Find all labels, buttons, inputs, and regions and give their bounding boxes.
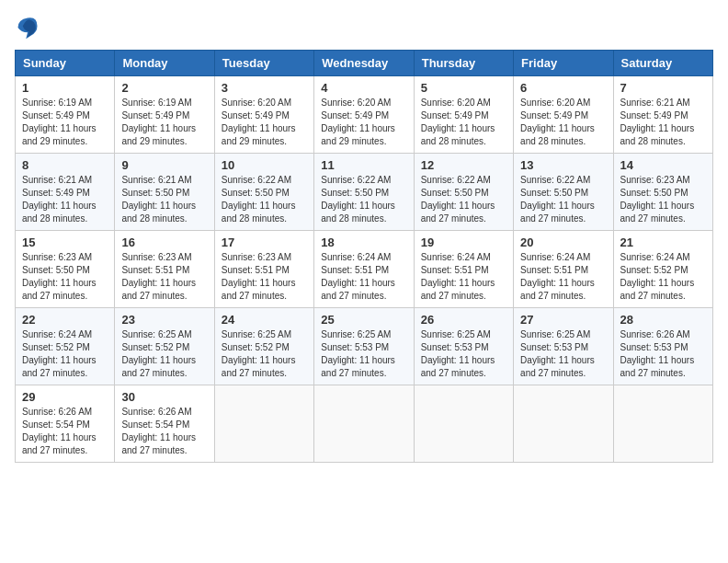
day-info: Sunrise: 6:26 AM Sunset: 5:54 PM Dayligh… <box>121 406 207 457</box>
calendar-header-row: SundayMondayTuesdayWednesdayThursdayFrid… <box>16 51 713 76</box>
calendar-cell: 6 Sunrise: 6:20 AM Sunset: 5:49 PM Dayli… <box>514 76 613 154</box>
day-number: 2 <box>121 81 207 95</box>
calendar-week-row: 22 Sunrise: 6:24 AM Sunset: 5:52 PM Dayl… <box>16 308 713 385</box>
calendar-cell: 10 Sunrise: 6:22 AM Sunset: 5:50 PM Dayl… <box>214 154 313 231</box>
day-number: 15 <box>22 236 108 249</box>
day-number: 21 <box>620 236 706 249</box>
day-info: Sunrise: 6:26 AM Sunset: 5:53 PM Dayligh… <box>620 328 706 380</box>
day-number: 4 <box>321 81 406 95</box>
calendar-week-row: 8 Sunrise: 6:21 AM Sunset: 5:49 PM Dayli… <box>16 154 713 231</box>
day-info: Sunrise: 6:22 AM Sunset: 5:50 PM Dayligh… <box>421 174 506 225</box>
day-number: 18 <box>321 236 406 249</box>
calendar-cell: 4 Sunrise: 6:20 AM Sunset: 5:49 PM Dayli… <box>314 76 414 154</box>
day-number: 22 <box>22 313 108 327</box>
day-info: Sunrise: 6:25 AM Sunset: 5:52 PM Dayligh… <box>222 328 307 380</box>
day-info: Sunrise: 6:24 AM Sunset: 5:51 PM Dayligh… <box>520 251 606 303</box>
day-info: Sunrise: 6:22 AM Sunset: 5:50 PM Dayligh… <box>321 174 406 225</box>
day-info: Sunrise: 6:19 AM Sunset: 5:49 PM Dayligh… <box>121 97 207 148</box>
calendar-cell: 24 Sunrise: 6:25 AM Sunset: 5:52 PM Dayl… <box>214 308 313 385</box>
calendar-cell <box>314 385 414 463</box>
calendar-cell: 19 Sunrise: 6:24 AM Sunset: 5:51 PM Dayl… <box>414 231 513 308</box>
day-number: 17 <box>222 236 307 249</box>
day-info: Sunrise: 6:25 AM Sunset: 5:52 PM Dayligh… <box>121 328 207 380</box>
calendar-cell: 25 Sunrise: 6:25 AM Sunset: 5:53 PM Dayl… <box>314 308 414 385</box>
calendar-cell: 22 Sunrise: 6:24 AM Sunset: 5:52 PM Dayl… <box>16 308 115 385</box>
calendar-cell: 13 Sunrise: 6:22 AM Sunset: 5:50 PM Dayl… <box>514 154 613 231</box>
logo-icon <box>15 15 40 40</box>
calendar-header-wednesday: Wednesday <box>314 51 414 76</box>
day-number: 26 <box>421 313 506 327</box>
day-info: Sunrise: 6:23 AM Sunset: 5:50 PM Dayligh… <box>620 174 706 225</box>
day-number: 16 <box>121 236 207 249</box>
day-number: 11 <box>321 158 406 172</box>
day-info: Sunrise: 6:24 AM Sunset: 5:52 PM Dayligh… <box>620 251 706 303</box>
day-info: Sunrise: 6:24 AM Sunset: 5:51 PM Dayligh… <box>321 251 406 303</box>
day-info: Sunrise: 6:21 AM Sunset: 5:50 PM Dayligh… <box>121 174 207 225</box>
day-number: 25 <box>321 313 406 327</box>
day-info: Sunrise: 6:23 AM Sunset: 5:51 PM Dayligh… <box>121 251 207 303</box>
calendar-cell: 17 Sunrise: 6:23 AM Sunset: 5:51 PM Dayl… <box>214 231 313 308</box>
calendar-cell: 28 Sunrise: 6:26 AM Sunset: 5:53 PM Dayl… <box>613 308 712 385</box>
calendar-cell <box>613 385 712 463</box>
calendar-week-row: 15 Sunrise: 6:23 AM Sunset: 5:50 PM Dayl… <box>16 231 713 308</box>
calendar-cell <box>514 385 613 463</box>
calendar-week-row: 29 Sunrise: 6:26 AM Sunset: 5:54 PM Dayl… <box>16 385 713 463</box>
day-info: Sunrise: 6:21 AM Sunset: 5:49 PM Dayligh… <box>22 174 108 225</box>
day-number: 24 <box>222 313 307 327</box>
day-info: Sunrise: 6:26 AM Sunset: 5:54 PM Dayligh… <box>22 406 108 457</box>
calendar-header-thursday: Thursday <box>414 51 513 76</box>
day-number: 19 <box>421 236 506 249</box>
calendar-cell: 11 Sunrise: 6:22 AM Sunset: 5:50 PM Dayl… <box>314 154 414 231</box>
day-info: Sunrise: 6:22 AM Sunset: 5:50 PM Dayligh… <box>520 174 606 225</box>
calendar-header-tuesday: Tuesday <box>214 51 313 76</box>
day-number: 14 <box>620 158 706 172</box>
day-number: 20 <box>520 236 606 249</box>
calendar-cell: 12 Sunrise: 6:22 AM Sunset: 5:50 PM Dayl… <box>414 154 513 231</box>
day-number: 8 <box>22 158 108 172</box>
day-info: Sunrise: 6:21 AM Sunset: 5:49 PM Dayligh… <box>620 97 706 148</box>
calendar-cell: 1 Sunrise: 6:19 AM Sunset: 5:49 PM Dayli… <box>16 76 115 154</box>
calendar-header-monday: Monday <box>115 51 214 76</box>
day-info: Sunrise: 6:20 AM Sunset: 5:49 PM Dayligh… <box>321 97 406 148</box>
calendar-cell <box>414 385 513 463</box>
calendar-cell: 7 Sunrise: 6:21 AM Sunset: 5:49 PM Dayli… <box>613 76 712 154</box>
day-info: Sunrise: 6:19 AM Sunset: 5:49 PM Dayligh… <box>22 97 108 148</box>
day-number: 12 <box>421 158 506 172</box>
calendar-cell: 26 Sunrise: 6:25 AM Sunset: 5:53 PM Dayl… <box>414 308 513 385</box>
day-info: Sunrise: 6:25 AM Sunset: 5:53 PM Dayligh… <box>421 328 506 380</box>
day-info: Sunrise: 6:20 AM Sunset: 5:49 PM Dayligh… <box>421 97 506 148</box>
calendar-cell: 5 Sunrise: 6:20 AM Sunset: 5:49 PM Dayli… <box>414 76 513 154</box>
day-number: 28 <box>620 313 706 327</box>
day-number: 5 <box>421 81 506 95</box>
calendar-header-friday: Friday <box>514 51 613 76</box>
day-number: 27 <box>520 313 606 327</box>
calendar-cell: 23 Sunrise: 6:25 AM Sunset: 5:52 PM Dayl… <box>115 308 214 385</box>
calendar-cell: 29 Sunrise: 6:26 AM Sunset: 5:54 PM Dayl… <box>16 385 115 463</box>
day-info: Sunrise: 6:25 AM Sunset: 5:53 PM Dayligh… <box>321 328 406 380</box>
page-header <box>15 15 713 40</box>
day-info: Sunrise: 6:22 AM Sunset: 5:50 PM Dayligh… <box>222 174 307 225</box>
calendar-week-row: 1 Sunrise: 6:19 AM Sunset: 5:49 PM Dayli… <box>16 76 713 154</box>
calendar-cell: 20 Sunrise: 6:24 AM Sunset: 5:51 PM Dayl… <box>514 231 613 308</box>
day-number: 1 <box>22 81 108 95</box>
day-info: Sunrise: 6:20 AM Sunset: 5:49 PM Dayligh… <box>520 97 606 148</box>
calendar-cell: 21 Sunrise: 6:24 AM Sunset: 5:52 PM Dayl… <box>613 231 712 308</box>
day-info: Sunrise: 6:25 AM Sunset: 5:53 PM Dayligh… <box>520 328 606 380</box>
day-number: 3 <box>222 81 307 95</box>
calendar-cell: 3 Sunrise: 6:20 AM Sunset: 5:49 PM Dayli… <box>214 76 313 154</box>
day-number: 29 <box>22 390 108 404</box>
calendar-cell: 2 Sunrise: 6:19 AM Sunset: 5:49 PM Dayli… <box>115 76 214 154</box>
calendar-cell: 18 Sunrise: 6:24 AM Sunset: 5:51 PM Dayl… <box>314 231 414 308</box>
day-info: Sunrise: 6:24 AM Sunset: 5:51 PM Dayligh… <box>421 251 506 303</box>
calendar-header-saturday: Saturday <box>613 51 712 76</box>
calendar-cell <box>214 385 313 463</box>
day-info: Sunrise: 6:23 AM Sunset: 5:50 PM Dayligh… <box>22 251 108 303</box>
calendar-header-sunday: Sunday <box>16 51 115 76</box>
calendar-cell: 15 Sunrise: 6:23 AM Sunset: 5:50 PM Dayl… <box>16 231 115 308</box>
calendar-cell: 27 Sunrise: 6:25 AM Sunset: 5:53 PM Dayl… <box>514 308 613 385</box>
day-number: 10 <box>222 158 307 172</box>
calendar-cell: 30 Sunrise: 6:26 AM Sunset: 5:54 PM Dayl… <box>115 385 214 463</box>
day-number: 23 <box>121 313 207 327</box>
calendar-cell: 9 Sunrise: 6:21 AM Sunset: 5:50 PM Dayli… <box>115 154 214 231</box>
calendar-table: SundayMondayTuesdayWednesdayThursdayFrid… <box>15 50 713 463</box>
